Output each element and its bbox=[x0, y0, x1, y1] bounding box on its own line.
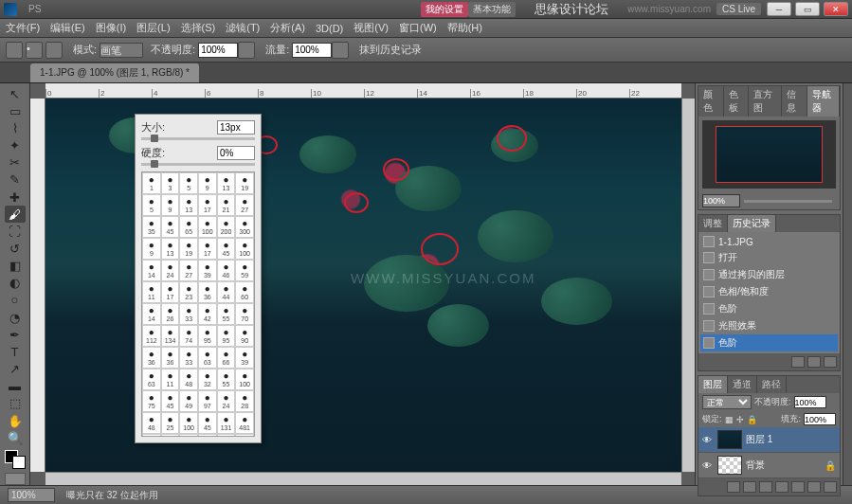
menu-select[interactable]: 选择(S) bbox=[181, 21, 216, 35]
lock-position-icon[interactable]: ✢ bbox=[736, 415, 744, 424]
history-item[interactable]: 光照效果 bbox=[700, 317, 838, 334]
zoom-tool-icon[interactable]: 🔍 bbox=[5, 429, 26, 446]
brush-cell[interactable]: 17 bbox=[198, 194, 217, 216]
brush-cell[interactable]: 14 bbox=[142, 260, 161, 281]
brush-cell[interactable]: 55 bbox=[217, 369, 236, 390]
tab-history[interactable]: 历史记录 bbox=[728, 215, 776, 232]
brush-cell[interactable]: 27 bbox=[179, 260, 198, 281]
brush-cell[interactable]: 63 bbox=[198, 347, 217, 369]
group-icon[interactable] bbox=[791, 481, 805, 493]
navigator-thumb[interactable] bbox=[702, 120, 836, 189]
brush-cell[interactable]: 86 bbox=[235, 434, 254, 437]
menu-filter[interactable]: 滤镜(T) bbox=[226, 21, 260, 35]
history-item[interactable]: 色阶 bbox=[700, 300, 838, 317]
brush-cell[interactable]: 24 bbox=[217, 390, 236, 412]
brush-cell[interactable]: 100 bbox=[198, 216, 217, 238]
doc-tab[interactable]: 1-1.JPG @ 100% (图层 1, RGB/8) * bbox=[30, 63, 199, 82]
menu-edit[interactable]: 编辑(E) bbox=[50, 21, 85, 35]
pen-tool-icon[interactable]: ✒ bbox=[5, 326, 26, 343]
3d-tool-icon[interactable]: ⬚ bbox=[5, 395, 26, 412]
flow-input[interactable] bbox=[292, 43, 332, 58]
menu-image[interactable]: 图像(I) bbox=[96, 21, 126, 35]
brush-panel-icon[interactable] bbox=[45, 42, 63, 59]
history-item[interactable]: 色阶 bbox=[700, 334, 838, 351]
brush-cell[interactable]: 36 bbox=[161, 347, 180, 369]
blur-tool-icon[interactable]: ○ bbox=[5, 292, 26, 309]
new-layer-icon[interactable] bbox=[807, 481, 821, 493]
brush-hardness-input[interactable] bbox=[217, 146, 255, 160]
brush-cell[interactable]: 9 bbox=[142, 238, 161, 260]
brush-cell[interactable]: 13 bbox=[161, 238, 180, 260]
new-doc-icon[interactable] bbox=[807, 356, 821, 368]
menu-help[interactable]: 帮助(H) bbox=[447, 21, 482, 35]
wand-tool-icon[interactable]: ✦ bbox=[5, 136, 26, 153]
brush-cell[interactable]: 28 bbox=[235, 390, 254, 412]
brush-cell[interactable]: 3 bbox=[161, 172, 180, 194]
cslive-button[interactable]: CS Live bbox=[716, 3, 761, 15]
maximize-icon[interactable]: ▭ bbox=[795, 2, 820, 16]
blend-mode-dropdown[interactable]: 正常 bbox=[702, 395, 752, 409]
brush-cell[interactable]: 45 bbox=[217, 238, 236, 260]
layer-opacity-input[interactable] bbox=[794, 396, 826, 408]
brush-cell[interactable]: 100 bbox=[179, 412, 198, 434]
brush-cell[interactable]: 533 bbox=[179, 434, 198, 437]
color-swatches[interactable] bbox=[5, 450, 26, 469]
brush-cell[interactable]: 24 bbox=[161, 260, 180, 281]
brush-cell[interactable]: 49 bbox=[179, 390, 198, 412]
brush-cell[interactable]: 19 bbox=[179, 238, 198, 260]
brush-cell[interactable]: 35 bbox=[142, 216, 161, 238]
lock-pixels-icon[interactable]: ▦ bbox=[725, 415, 734, 424]
tab-color[interactable]: 颜色 bbox=[698, 86, 724, 117]
crop-tool-icon[interactable]: ✂ bbox=[5, 154, 26, 171]
tab-info[interactable]: 信息 bbox=[782, 86, 807, 117]
brush-size-slider[interactable] bbox=[141, 137, 255, 140]
brush-cell[interactable]: 134 bbox=[161, 325, 180, 347]
close-icon[interactable]: ✕ bbox=[824, 2, 848, 16]
tab-swatch[interactable]: 色板 bbox=[724, 86, 750, 117]
brush-cell[interactable]: 46 bbox=[217, 260, 236, 281]
visibility-icon[interactable]: 👁 bbox=[702, 435, 714, 445]
brush-cell[interactable]: 70 bbox=[235, 303, 254, 325]
status-zoom[interactable]: 100% bbox=[8, 488, 55, 502]
brush-cell[interactable]: 75 bbox=[142, 390, 161, 412]
brush-tool-icon[interactable]: 🖌 bbox=[5, 206, 26, 223]
brush-cell[interactable]: 19 bbox=[235, 172, 254, 194]
brush-cell[interactable]: 45 bbox=[161, 390, 180, 412]
brush-cell[interactable]: 100 bbox=[235, 369, 254, 390]
brush-cell[interactable]: 1513 bbox=[161, 434, 180, 437]
menu-window[interactable]: 窗口(W) bbox=[399, 21, 437, 35]
fx-icon[interactable] bbox=[743, 481, 756, 493]
tab-layers[interactable]: 图层 bbox=[698, 376, 728, 393]
brush-cell[interactable]: 39 bbox=[235, 347, 254, 369]
scrollbar-vertical[interactable] bbox=[681, 99, 695, 472]
adjust-icon[interactable] bbox=[775, 481, 789, 493]
brush-cell[interactable]: 17 bbox=[161, 281, 180, 303]
lock-all-icon[interactable]: 🔒 bbox=[747, 415, 757, 424]
eyedropper-tool-icon[interactable]: ✎ bbox=[5, 171, 26, 189]
mode-dropdown[interactable]: 画笔 bbox=[100, 43, 143, 58]
basic-tag[interactable]: 基本功能 bbox=[468, 2, 516, 17]
layer-row[interactable]: 👁 图层 1 bbox=[698, 427, 840, 453]
brush-size-input[interactable] bbox=[217, 120, 255, 135]
brush-cell[interactable]: 45 bbox=[198, 412, 217, 434]
brush-cell[interactable]: 65 bbox=[179, 216, 198, 238]
scrollbar-horizontal[interactable] bbox=[45, 472, 681, 485]
stamp-tool-icon[interactable]: ⛶ bbox=[5, 223, 26, 240]
history-brush-tool-icon[interactable]: ↺ bbox=[5, 240, 26, 257]
eraser-tool-icon[interactable]: ◧ bbox=[5, 258, 26, 275]
brush-cell[interactable]: 27 bbox=[235, 194, 254, 216]
brush-cell[interactable]: 26 bbox=[161, 303, 180, 325]
brush-cell[interactable]: 9 bbox=[198, 172, 217, 194]
brush-cell[interactable]: 200 bbox=[217, 216, 236, 238]
brush-cell[interactable]: 33 bbox=[179, 347, 198, 369]
brush-hardness-slider[interactable] bbox=[141, 163, 255, 166]
airbrush-icon[interactable] bbox=[332, 42, 349, 59]
shape-tool-icon[interactable]: ▬ bbox=[5, 378, 26, 395]
brush-cell[interactable]: 66 bbox=[217, 347, 236, 369]
brush-cell[interactable]: 5 bbox=[142, 194, 161, 216]
trash-icon[interactable] bbox=[824, 356, 837, 368]
brush-cell[interactable]: 100 bbox=[235, 238, 254, 260]
brush-cell[interactable]: 17 bbox=[198, 238, 217, 260]
menu-analyze[interactable]: 分析(A) bbox=[270, 21, 305, 35]
quickmask-icon[interactable] bbox=[5, 473, 26, 485]
